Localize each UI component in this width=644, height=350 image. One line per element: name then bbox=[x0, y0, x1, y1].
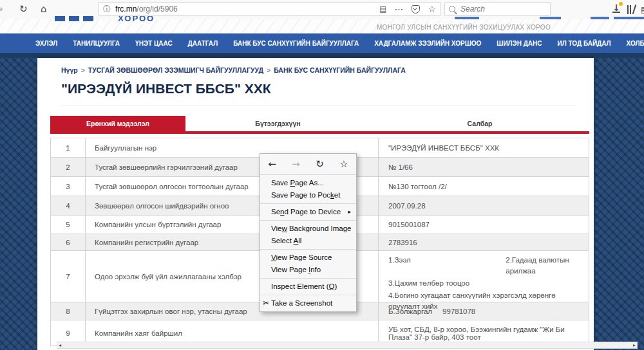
reload-icon[interactable]: ↻ bbox=[316, 158, 324, 170]
row-number: 1 bbox=[51, 138, 86, 157]
menu-separator bbox=[260, 220, 356, 221]
search-icon bbox=[449, 6, 455, 12]
row-number: 5 bbox=[51, 216, 86, 234]
tab-branches[interactable]: Салбар bbox=[370, 116, 589, 131]
menu-item-save-page-as[interactable]: Save Page As... bbox=[260, 177, 356, 189]
row-value: 2783916 bbox=[379, 234, 589, 250]
scroll-left-icon[interactable]: ◂ bbox=[59, 343, 61, 348]
tab-general-info[interactable]: Ерөнхий мэдээлэл bbox=[50, 116, 185, 131]
row-value: "ИРЭЭДҮЙ ИНВЕСТ ББСБ" ХХК bbox=[379, 138, 589, 157]
sidebar-icon[interactable]: ▤ bbox=[641, 5, 644, 14]
breadcrumb-separator: > bbox=[267, 66, 270, 74]
page-title: "ИРЭЭДҮЙ ИНВЕСТ ББСБ" ХХК bbox=[61, 81, 271, 97]
menu-item-select-all[interactable]: Select All bbox=[260, 235, 356, 247]
library-icon[interactable] bbox=[627, 5, 636, 14]
breadcrumb-home[interactable]: Нүүр bbox=[61, 66, 78, 74]
row-value: №130 тогтоол /2/ bbox=[379, 177, 589, 196]
menu-separator bbox=[260, 174, 356, 175]
row-value: 9015001087 bbox=[379, 216, 589, 234]
activity-item: 3.Цахим төлбөр тооцоо bbox=[388, 278, 579, 289]
menu-item-take-screenshot[interactable]: ✂Take a Screenshot bbox=[260, 297, 356, 309]
activity-item: 1.Зээл bbox=[388, 255, 506, 277]
nav-item-nbfi[interactable]: БАНК БУС САНХҮҮГИЙН БАЙГУУЛЛАГА bbox=[233, 40, 359, 47]
back-icon[interactable]: ← bbox=[268, 158, 276, 170]
menu-item-inspect-element[interactable]: Inspect Element (Q) bbox=[260, 281, 356, 293]
menu-item-send-to-device[interactable]: Send Page to Device▸ bbox=[260, 206, 356, 218]
menu-separator bbox=[260, 295, 356, 295]
header-decoration-dash bbox=[591, 17, 609, 19]
url-domain: frc.mn bbox=[115, 5, 137, 14]
row-value: 2007.09.28 bbox=[379, 196, 589, 215]
url-bar[interactable]: ⓘ frc.mn /org/id/5906 ▤ ⋯ ☆ bbox=[98, 2, 441, 16]
director-phone: 99781078 bbox=[442, 308, 475, 315]
reload-icon[interactable]: ↻ bbox=[19, 3, 28, 15]
url-path: /org/id/5906 bbox=[137, 5, 177, 14]
search-box[interactable] bbox=[444, 2, 551, 16]
row-value: № 1/66 bbox=[379, 158, 589, 176]
row-value: 1.Зээл 2.Гадаад валютын арилжаа 3.Цахим … bbox=[379, 251, 589, 302]
menu-item-view-page-info[interactable]: View Page Info bbox=[260, 264, 356, 276]
divider bbox=[61, 106, 577, 106]
header-decoration-dash bbox=[455, 17, 479, 19]
search-input[interactable] bbox=[459, 4, 539, 14]
logo-bar bbox=[83, 16, 93, 21]
breadcrumb: Нүүр>ТУСГАЙ ЗӨВШӨӨРӨЛ ЭЗЭМШИГЧ БАЙГУУЛЛА… bbox=[61, 66, 406, 74]
logo-bar bbox=[55, 16, 65, 21]
page-actions-icon[interactable]: ⋯ bbox=[394, 4, 404, 14]
breadcrumb-level2[interactable]: БАНК БУС САНХҮҮГИЙН БАЙГУУЛЛАГА bbox=[274, 66, 406, 74]
row-number: 6 bbox=[51, 234, 86, 250]
director-name: Б.Золжаргал bbox=[388, 308, 432, 315]
breadcrumb-separator: > bbox=[81, 66, 85, 74]
header-decoration-dash bbox=[540, 17, 561, 19]
menu-separator bbox=[260, 278, 356, 279]
nav-item-insurance[interactable]: ДААТГАЛ bbox=[188, 40, 218, 47]
site-header: ХОРОО МОНГОЛ УЛСЫН САНХҮҮГИЙН ЗОХИЦУУЛАХ… bbox=[0, 19, 644, 33]
row-number: 7 bbox=[51, 251, 86, 302]
tab-products[interactable]: Бүтээгдэхүүн bbox=[185, 116, 370, 131]
menu-item-save-to-pocket[interactable]: Save Page to Pocket bbox=[260, 189, 356, 201]
forward-icon[interactable]: → bbox=[0, 3, 3, 15]
header-decoration-dash bbox=[614, 17, 644, 19]
submenu-arrow-icon: ▸ bbox=[348, 206, 351, 218]
bookmark-star-icon[interactable]: ☆ bbox=[339, 158, 348, 170]
menu-separator bbox=[260, 203, 356, 204]
org-name: МОНГОЛ УЛСЫН САНХҮҮГИЙН ЗОХИЦУУЛАХ ХОРОО bbox=[377, 24, 551, 31]
nav-item-home[interactable]: ЭХЛЭЛ bbox=[35, 40, 57, 47]
row-number: 8 bbox=[51, 302, 86, 320]
download-badge bbox=[619, 2, 623, 6]
nav-item-credit-union[interactable]: ХАДГАЛАМЖ ЗЭЭЛИЙН ХОРШОО bbox=[374, 40, 481, 47]
nav-item-contact[interactable]: ХОЛБОО БАРИХ bbox=[627, 40, 644, 47]
menu-item-view-page-source[interactable]: View Page Source bbox=[260, 252, 356, 264]
row-number: 4 bbox=[51, 196, 86, 215]
row-number: 2 bbox=[51, 158, 86, 176]
nav-item-securities[interactable]: ҮНЭТ ЦААС bbox=[135, 40, 173, 47]
logo-bar bbox=[69, 16, 79, 21]
site-info-icon[interactable]: ⓘ bbox=[103, 4, 111, 15]
menu-separator bbox=[260, 249, 356, 250]
tab-bar: Ерөнхий мэдээлэл Бүтээгдэхүүн Салбар bbox=[50, 116, 589, 134]
scroll-right-icon[interactable]: ▸ bbox=[633, 343, 636, 348]
site-logo: ХОРОО bbox=[118, 16, 155, 21]
horizontal-scrollbar[interactable]: ◂ ▸ bbox=[57, 342, 638, 349]
bookmark-star-icon[interactable]: ☆ bbox=[428, 4, 436, 14]
breadcrumb-level1[interactable]: ТУСГАЙ ЗӨВШӨӨРӨЛ ЭЗЭМШИГЧ БАЙГУУЛЛАГУУД bbox=[88, 66, 263, 74]
main-navigation: ЭХЛЭЛ ТАНИЛЦУУЛГА ҮНЭТ ЦААС ДААТГАЛ БАНК… bbox=[0, 33, 644, 53]
scissors-icon: ✂ bbox=[261, 297, 270, 309]
forward-icon: → bbox=[292, 158, 300, 170]
home-icon[interactable]: ⌂ bbox=[41, 3, 47, 15]
reader-mode-icon[interactable]: ▤ bbox=[379, 5, 386, 14]
context-menu: ← → ↻ ☆ Save Page As... Save Page to Poc… bbox=[260, 153, 357, 312]
nav-item-about[interactable]: ТАНИЛЦУУЛГА bbox=[73, 40, 120, 47]
menu-item-view-background-image[interactable]: View Background Image bbox=[260, 223, 356, 235]
context-menu-nav-row: ← → ↻ ☆ bbox=[260, 155, 356, 172]
activity-item: 2.Гадаад валютын арилжаа bbox=[506, 255, 579, 277]
content-top-bar bbox=[0, 53, 644, 58]
nav-item-glass-account[interactable]: ШИЛЭН ДАНС bbox=[497, 40, 542, 47]
nav-item-transparency[interactable]: ИЛ ТОД БАЙДАЛ bbox=[557, 40, 611, 47]
row-number: 3 bbox=[51, 177, 86, 196]
row-value: Б.Золжаргал 99781078 bbox=[379, 302, 589, 320]
pocket-icon[interactable] bbox=[412, 5, 420, 14]
